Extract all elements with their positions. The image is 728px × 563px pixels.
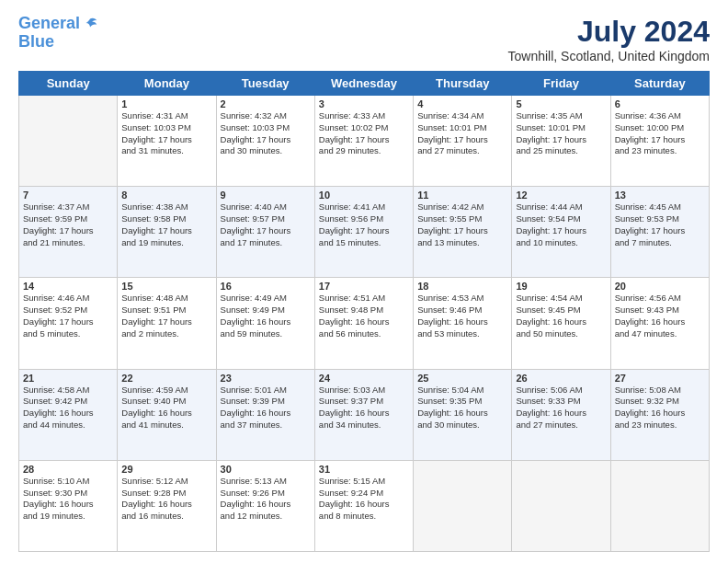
calendar-cell: 18Sunrise: 4:53 AMSunset: 9:46 PMDayligh… — [414, 278, 512, 369]
cell-text: Daylight: 16 hours — [516, 408, 606, 419]
logo-bird-icon — [82, 16, 98, 32]
cell-text: Daylight: 16 hours — [615, 316, 705, 328]
cell-text: Daylight: 16 hours — [319, 408, 409, 419]
logo-text: General — [18, 15, 80, 33]
day-number: 11 — [417, 190, 507, 201]
cell-text: Sunrise: 4:41 AM — [319, 201, 409, 213]
cell-text: and 12 minutes. — [221, 511, 311, 523]
cell-text: Daylight: 17 hours — [615, 134, 705, 146]
cell-text: Sunset: 9:35 PM — [417, 396, 507, 408]
day-number: 22 — [121, 373, 211, 384]
cell-text: Daylight: 17 hours — [221, 134, 311, 146]
cell-text: Daylight: 16 hours — [221, 499, 311, 511]
calendar-cell: 15Sunrise: 4:48 AMSunset: 9:51 PMDayligh… — [118, 278, 216, 369]
day-number: 6 — [615, 98, 705, 109]
cell-text: Sunset: 9:28 PM — [121, 488, 211, 500]
cell-text: and 19 minutes. — [23, 511, 113, 523]
calendar-table: SundayMondayTuesdayWednesdayThursdayFrid… — [18, 71, 710, 552]
cell-text: and 29 minutes. — [319, 145, 409, 157]
calendar-cell: 17Sunrise: 4:51 AMSunset: 9:48 PMDayligh… — [314, 278, 413, 369]
day-number: 27 — [615, 373, 705, 384]
calendar-cell: 28Sunrise: 5:10 AMSunset: 9:30 PMDayligh… — [19, 460, 118, 551]
col-header-friday: Friday — [512, 72, 610, 96]
day-number: 1 — [121, 98, 211, 109]
cell-text: Sunset: 9:58 PM — [121, 213, 211, 225]
cell-text: Sunrise: 4:40 AM — [221, 201, 311, 213]
cell-text: Daylight: 17 hours — [615, 225, 705, 237]
cell-text: Sunrise: 4:53 AM — [417, 293, 507, 304]
cell-text: Sunrise: 5:13 AM — [221, 476, 311, 488]
cell-text: and 15 minutes. — [319, 237, 409, 249]
cell-text: and 16 minutes. — [121, 511, 211, 523]
cell-text: and 2 minutes. — [121, 328, 211, 340]
day-number: 23 — [221, 373, 311, 384]
cell-text: Sunset: 9:48 PM — [319, 304, 409, 316]
cell-text: and 53 minutes. — [417, 328, 507, 340]
calendar-cell: 9Sunrise: 4:40 AMSunset: 9:57 PMDaylight… — [216, 187, 314, 278]
cell-text: and 30 minutes. — [221, 145, 311, 157]
day-number: 4 — [417, 98, 507, 109]
calendar-cell: 23Sunrise: 5:01 AMSunset: 9:39 PMDayligh… — [216, 369, 314, 460]
logo: General Blue — [18, 15, 98, 52]
cell-text: Daylight: 16 hours — [221, 408, 311, 419]
calendar-week-row: 7Sunrise: 4:37 AMSunset: 9:59 PMDaylight… — [19, 187, 710, 278]
cell-text: Sunset: 9:45 PM — [516, 304, 606, 316]
day-number: 30 — [221, 464, 311, 475]
cell-text: Sunrise: 4:54 AM — [516, 293, 606, 304]
day-number: 14 — [23, 281, 113, 292]
calendar-cell: 1Sunrise: 4:31 AMSunset: 10:03 PMDayligh… — [118, 96, 216, 187]
cell-text: and 13 minutes. — [417, 237, 507, 249]
cell-text: and 23 minutes. — [615, 145, 705, 157]
cell-text: and 27 minutes. — [516, 419, 606, 431]
day-number: 19 — [516, 281, 606, 292]
cell-text: and 25 minutes. — [516, 145, 606, 157]
day-number: 7 — [23, 190, 113, 201]
cell-text: Daylight: 17 hours — [221, 225, 311, 237]
cell-text: Sunrise: 4:32 AM — [221, 110, 311, 122]
day-number: 18 — [417, 281, 507, 292]
day-number: 26 — [516, 373, 606, 384]
day-number: 13 — [615, 190, 705, 201]
cell-text: Daylight: 16 hours — [221, 316, 311, 328]
cell-text: Sunrise: 5:06 AM — [516, 385, 606, 396]
cell-text: Sunrise: 4:49 AM — [221, 293, 311, 304]
cell-text: Sunset: 10:03 PM — [221, 122, 311, 134]
calendar-week-row: 1Sunrise: 4:31 AMSunset: 10:03 PMDayligh… — [19, 96, 710, 187]
cell-text: Sunset: 9:30 PM — [23, 488, 113, 500]
calendar-cell: 14Sunrise: 4:46 AMSunset: 9:52 PMDayligh… — [19, 278, 118, 369]
month-title: July 2024 — [508, 15, 710, 49]
cell-text: Daylight: 16 hours — [319, 499, 409, 511]
cell-text: Sunset: 9:53 PM — [615, 213, 705, 225]
day-number: 10 — [319, 190, 409, 201]
cell-text: Sunset: 9:40 PM — [121, 396, 211, 408]
cell-text: Sunrise: 5:04 AM — [417, 385, 507, 396]
calendar-cell: 30Sunrise: 5:13 AMSunset: 9:26 PMDayligh… — [216, 460, 314, 551]
day-number: 5 — [516, 98, 606, 109]
cell-text: Daylight: 16 hours — [615, 408, 705, 419]
day-number: 15 — [121, 281, 211, 292]
day-number: 20 — [615, 281, 705, 292]
cell-text: Daylight: 17 hours — [319, 225, 409, 237]
calendar-cell: 25Sunrise: 5:04 AMSunset: 9:35 PMDayligh… — [414, 369, 512, 460]
calendar-cell: 5Sunrise: 4:35 AMSunset: 10:01 PMDayligh… — [512, 96, 610, 187]
col-header-wednesday: Wednesday — [314, 72, 413, 96]
cell-text: Sunset: 9:56 PM — [319, 213, 409, 225]
cell-text: and 31 minutes. — [121, 145, 211, 157]
cell-text: and 19 minutes. — [121, 237, 211, 249]
cell-text: and 8 minutes. — [319, 511, 409, 523]
cell-text: Sunrise: 4:44 AM — [516, 201, 606, 213]
calendar-cell: 12Sunrise: 4:44 AMSunset: 9:54 PMDayligh… — [512, 187, 610, 278]
cell-text: Sunrise: 4:37 AM — [23, 201, 113, 213]
calendar-cell: 21Sunrise: 4:58 AMSunset: 9:42 PMDayligh… — [19, 369, 118, 460]
calendar-cell: 6Sunrise: 4:36 AMSunset: 10:00 PMDayligh… — [610, 96, 709, 187]
cell-text: Sunset: 9:54 PM — [516, 213, 606, 225]
cell-text: Sunrise: 4:42 AM — [417, 201, 507, 213]
calendar-week-row: 21Sunrise: 4:58 AMSunset: 9:42 PMDayligh… — [19, 369, 710, 460]
cell-text: and 41 minutes. — [121, 419, 211, 431]
calendar-cell: 26Sunrise: 5:06 AMSunset: 9:33 PMDayligh… — [512, 369, 610, 460]
calendar-cell: 4Sunrise: 4:34 AMSunset: 10:01 PMDayligh… — [414, 96, 512, 187]
cell-text: Sunset: 10:01 PM — [516, 122, 606, 134]
cell-text: Daylight: 16 hours — [121, 499, 211, 511]
cell-text: Daylight: 17 hours — [23, 225, 113, 237]
cell-text: and 44 minutes. — [23, 419, 113, 431]
